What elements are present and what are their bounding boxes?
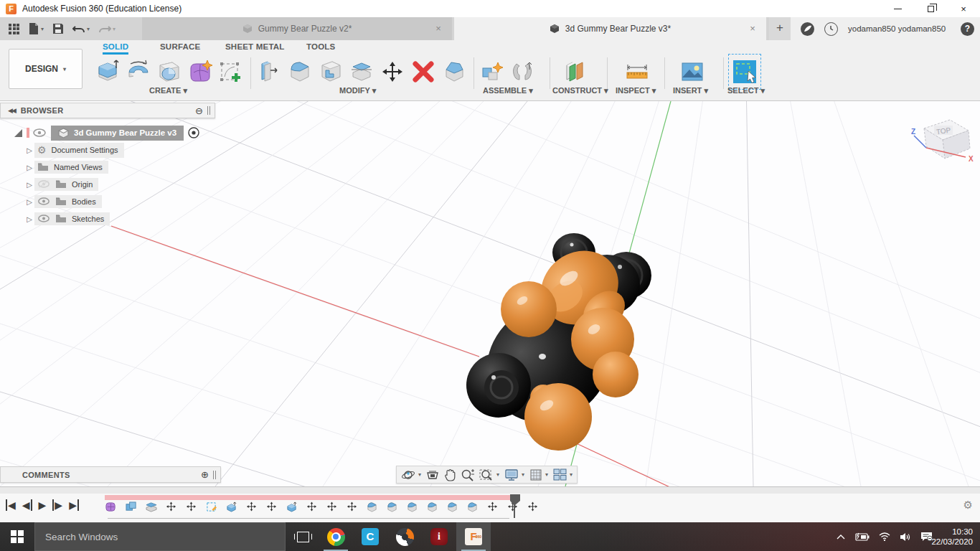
wifi-icon[interactable] (879, 532, 890, 541)
view-cube[interactable]: TOP Z X (903, 107, 979, 186)
move-copy-button[interactable] (378, 56, 407, 88)
timeline-feature-fillet[interactable] (426, 501, 438, 513)
timeline-feature-fillet[interactable] (366, 501, 378, 513)
timeline-marker[interactable] (509, 494, 521, 519)
panel-grip[interactable] (213, 471, 216, 479)
tab-close-icon[interactable]: × (432, 22, 445, 35)
restore-button[interactable] (914, 0, 947, 17)
tree-item-document-settings[interactable]: ▷⚙Document Settings (0, 141, 221, 159)
comments-bar[interactable]: COMMENTS ⊕ (0, 466, 221, 483)
tree-item-bodies[interactable]: ▷Bodies (0, 193, 221, 210)
combine-button[interactable] (440, 56, 468, 88)
document-tab-active[interactable]: 3d Gummy Bear Puzzle v3* × (454, 17, 766, 40)
timeline-feature-move[interactable] (346, 501, 358, 513)
help-button[interactable]: ? (961, 22, 974, 36)
construct-plane-button[interactable] (560, 56, 589, 88)
press-pull-button[interactable] (255, 56, 283, 88)
browser-header[interactable]: ◀◀ BROWSER ⊖ (0, 103, 215, 118)
zoom-window-icon[interactable]: ▾ (479, 468, 499, 481)
expand-caret-icon[interactable]: ▷ (24, 215, 34, 223)
tree-item-sketches[interactable]: ▷Sketches (0, 210, 221, 227)
battery-icon[interactable] (855, 532, 870, 541)
timeline-feature-fillet[interactable] (406, 501, 418, 513)
timeline-feature-combine[interactable] (125, 501, 137, 513)
tree-item-named-views[interactable]: ▷Named Views (0, 159, 221, 176)
timeline-feature-move[interactable] (326, 501, 338, 513)
pan-icon[interactable] (444, 468, 456, 481)
new-component-button[interactable] (478, 56, 507, 88)
task-view-button[interactable] (287, 522, 319, 551)
orbit-icon[interactable]: ▾ (401, 468, 421, 481)
tab-sheet-metal[interactable]: SHEET METAL (225, 42, 285, 51)
delete-button[interactable] (409, 56, 438, 88)
tab-solid[interactable]: SOLID (103, 42, 128, 55)
create-group-dropdown[interactable]: CREATE ▾ (149, 86, 187, 95)
modify-group-dropdown[interactable]: MODIFY ▾ (339, 86, 376, 95)
file-menu-button[interactable]: ▾ (25, 19, 47, 38)
close-button[interactable]: × (947, 0, 980, 17)
hidden-eye-icon[interactable] (37, 179, 50, 189)
measure-button[interactable] (623, 56, 651, 88)
hole-button[interactable] (155, 56, 184, 88)
timeline-feature-split[interactable] (145, 501, 157, 513)
timeline-feature-sketch[interactable] (205, 501, 217, 513)
add-comment-icon[interactable]: ⊕ (201, 469, 209, 480)
revolve-button[interactable] (124, 56, 153, 88)
taskbar-cura[interactable]: C (353, 522, 387, 551)
expand-icon[interactable] (14, 129, 22, 137)
visibility-eye-icon[interactable] (37, 197, 50, 206)
look-at-icon[interactable] (426, 469, 439, 481)
select-group-dropdown[interactable]: SELECT ▾ (727, 86, 765, 95)
timeline-feature-move[interactable] (165, 501, 177, 513)
collapse-all-icon[interactable]: ⊖ (195, 105, 203, 116)
tab-close-icon[interactable]: × (746, 22, 759, 35)
fillet-button[interactable] (286, 56, 314, 88)
grid-snaps-icon[interactable]: ▾ (529, 468, 548, 481)
workspace-selector[interactable]: DESIGN▾ (9, 49, 83, 89)
expand-caret-icon[interactable]: ▷ (24, 198, 34, 206)
create-sketch-button[interactable] (217, 56, 245, 88)
construct-group-dropdown[interactable]: CONSTRUCT ▾ (552, 86, 608, 95)
timeline-feature-fillet[interactable] (446, 501, 458, 513)
account-name[interactable]: yodaman850 yodaman850 (848, 24, 946, 33)
redo-button[interactable]: ▾ (95, 19, 118, 38)
go-to-start-button[interactable]: ◀ (6, 499, 16, 511)
assemble-group-dropdown[interactable]: ASSEMBLE ▾ (483, 86, 533, 95)
insert-button[interactable] (678, 56, 707, 88)
visibility-eye-icon[interactable] (32, 128, 47, 138)
tab-surface[interactable]: SURFACE (160, 42, 200, 51)
tree-item-origin[interactable]: ▷Origin (0, 176, 221, 193)
document-tab-inactive[interactable]: Gummy Bear Puzzle v2* × (142, 17, 452, 40)
joint-button[interactable] (509, 56, 537, 88)
timeline-settings-gear-icon[interactable]: ⚙ (963, 499, 973, 512)
step-forward-button[interactable]: ▶ (52, 499, 62, 511)
extensions-icon[interactable] (801, 22, 814, 36)
play-button[interactable]: ▶ (39, 499, 47, 511)
taskbar-app-red[interactable]: i (422, 522, 456, 551)
timeline-feature-move[interactable] (245, 501, 258, 513)
taskbar-fusion360[interactable]: F (456, 522, 491, 551)
inspect-group-dropdown[interactable]: INSPECT ▾ (616, 86, 656, 95)
tray-chevron-icon[interactable] (836, 533, 846, 540)
zoom-icon[interactable] (461, 468, 474, 481)
gummy-bear-model[interactable] (463, 233, 651, 451)
panel-grip[interactable] (207, 106, 210, 115)
timeline-feature-fillet[interactable] (386, 501, 398, 513)
display-settings-icon[interactable]: ▾ (504, 468, 524, 481)
form-button[interactable] (186, 56, 215, 88)
split-body-button[interactable] (347, 56, 376, 88)
insert-group-dropdown[interactable]: INSERT ▾ (673, 86, 708, 95)
collapse-panel-icon[interactable]: ◀◀ (8, 107, 15, 114)
activate-radio-icon[interactable] (187, 126, 200, 139)
minimize-button[interactable] (881, 0, 914, 17)
tree-root-row[interactable]: 3d Gummy Bear Puzzle v3 (0, 124, 221, 141)
expand-caret-icon[interactable]: ▷ (24, 181, 34, 189)
new-tab-button[interactable]: + (769, 17, 791, 40)
taskbar-search[interactable] (34, 522, 286, 551)
timeline-feature-move[interactable] (527, 501, 539, 513)
timeline-feature-move[interactable] (486, 501, 499, 513)
timeline-feature-extrude[interactable] (286, 501, 298, 513)
select-button[interactable] (730, 56, 759, 88)
save-button[interactable] (50, 19, 67, 38)
step-back-button[interactable]: ◀ (22, 499, 32, 511)
